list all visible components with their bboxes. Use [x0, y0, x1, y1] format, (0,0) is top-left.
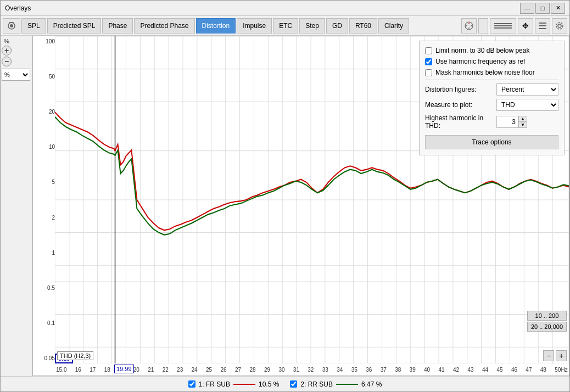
x-label: 26 [221, 367, 227, 373]
tab-gd[interactable]: GD [326, 18, 348, 33]
distortion-figures-label: Distortion figures: [425, 86, 496, 93]
spinner-down-button[interactable]: ▼ [518, 122, 527, 128]
x-label: 23 [177, 367, 183, 373]
x-label: 30 [278, 367, 284, 373]
x-label: 37 [381, 367, 387, 373]
legend-1-value: 10.5 % [259, 380, 279, 388]
range-buttons: 10 .. 200 20 .. 20,000 [527, 311, 567, 332]
tab-predicted-spl[interactable]: Predicted SPL [47, 18, 102, 33]
svg-rect-8 [494, 23, 512, 24]
y-label-10: 10 [34, 144, 55, 150]
x-label: 40 [424, 367, 430, 373]
tab-clarity[interactable]: Clarity [378, 18, 409, 33]
maximize-button[interactable]: □ [535, 3, 550, 14]
tab-phase[interactable]: Phase [102, 18, 133, 33]
tab-impulse[interactable]: Impulse [237, 18, 272, 33]
options-panel: Limit norm. to 30 dB below peak Use harm… [419, 41, 565, 155]
tab-step[interactable]: Step [299, 18, 325, 33]
arrows-icon-button[interactable] [461, 18, 477, 33]
svg-rect-9 [494, 25, 512, 26]
close-button[interactable]: ✕ [551, 3, 565, 14]
cursor-freq-label: 19.99 [114, 365, 134, 373]
measure-to-plot-label: Measure to plot: [425, 101, 496, 109]
window-title: Overlays [5, 4, 520, 12]
zoom-out-y-button[interactable]: − [2, 57, 12, 66]
bars-icon [493, 21, 513, 31]
main-window: Overlays — □ ✕ SPLPredicted SPLPhasePred… [0, 0, 570, 392]
distortion-figures-select[interactable]: Percent dB [496, 83, 558, 96]
y-label-20: 20 [34, 109, 55, 115]
camera-icon-button[interactable] [3, 18, 20, 33]
y-label-1: 1 [34, 250, 55, 256]
legend-item-2: 2: RR SUB 6.47 % [290, 380, 382, 388]
legend-item-1: 1: FR SUB 10.5 % [188, 380, 280, 388]
measure-to-plot-select[interactable]: THD H2 H3 [496, 99, 558, 111]
limit-norm-row: Limit norm. to 30 dB below peak [425, 47, 558, 54]
y-label-2: 2 [34, 215, 55, 221]
x-label: 17 [90, 367, 96, 373]
zoom-in-y-button[interactable]: + [2, 46, 12, 55]
list-icon-button[interactable] [535, 18, 550, 33]
move-icon-button[interactable]: ✥ [518, 18, 533, 33]
zoom-out-button[interactable]: − [543, 350, 554, 361]
x-label: 18 [104, 367, 110, 373]
tab-rt60[interactable]: RT60 [349, 18, 377, 33]
legend-1-label: 1: FR SUB [199, 380, 230, 388]
trace-options-button[interactable]: Trace options [425, 135, 558, 149]
left-panel: % + − % dB [1, 36, 32, 376]
legend-1-checkbox[interactable] [188, 380, 195, 388]
tab-distortion[interactable]: Distortion [196, 18, 236, 33]
distortion-figures-row: Distortion figures: Percent dB [425, 83, 558, 96]
minimize-button[interactable]: — [520, 3, 534, 14]
x-label: 43 [467, 367, 473, 373]
y-label-5: 5 [34, 179, 55, 185]
y-unit-select[interactable]: % dB [2, 69, 30, 81]
main-area: % + − % dB 100 50 20 10 5 2 1 [1, 36, 569, 376]
spinner-up-button[interactable]: ▲ [518, 116, 527, 122]
input-icon-button[interactable] [478, 18, 488, 33]
mask-harmonics-checkbox[interactable] [425, 69, 432, 76]
svg-rect-10 [494, 27, 512, 29]
x-label: 16 [75, 367, 81, 373]
use-harmonic-checkbox[interactable] [425, 58, 432, 65]
x-label: 24 [192, 367, 198, 373]
zoom-controls: − + [543, 350, 567, 361]
x-label: 47 [526, 367, 532, 373]
chart-container: 100 50 20 10 5 2 1 0.5 0.1 0.05 [32, 36, 569, 376]
x-label: 32 [308, 367, 314, 373]
legend-2-checkbox[interactable] [290, 380, 297, 388]
legend-bar: 1: FR SUB 10.5 % 2: RR SUB 6.47 % [1, 376, 569, 391]
svg-rect-13 [539, 28, 546, 29]
toolbar: SPLPredicted SPLPhasePredicted PhaseDist… [1, 16, 569, 36]
tabs-container: SPLPredicted SPLPhasePredicted PhaseDist… [21, 18, 409, 33]
limit-norm-checkbox[interactable] [425, 47, 432, 54]
x-label: 34 [337, 367, 343, 373]
y-label-50: 50 [34, 74, 55, 80]
compass-icon [464, 21, 474, 31]
bars-icon-button[interactable] [490, 18, 516, 33]
tab-etc[interactable]: ETC [273, 18, 298, 33]
legend-2-line [336, 384, 358, 385]
list-icon [538, 21, 547, 31]
y-label-100: 100 [34, 38, 55, 44]
range-20-20000-button[interactable]: 20 .. 20,000 [527, 322, 567, 332]
y-axis: 100 50 20 10 5 2 1 0.5 0.1 0.05 [33, 36, 55, 363]
zoom-in-button[interactable]: + [556, 350, 567, 361]
settings-icon-button[interactable] [552, 18, 567, 33]
legend-1-line [233, 384, 255, 385]
x-label: 21 [148, 367, 154, 373]
x-label: 48 [540, 367, 546, 373]
highest-harmonic-row: Highest harmonic in THD: ▲ ▼ [425, 114, 558, 130]
highest-harmonic-input[interactable] [496, 116, 518, 128]
limit-norm-label: Limit norm. to 30 dB below peak [435, 47, 529, 54]
y-label-0-5: 0.5 [34, 285, 55, 291]
tab-predicted-phase[interactable]: Predicted Phase [134, 18, 194, 33]
svg-rect-11 [539, 23, 546, 24]
x-label: 46 [511, 367, 517, 373]
x-label: 20 [133, 367, 139, 373]
tab-spl[interactable]: SPL [21, 18, 46, 33]
mask-harmonics-row: Mask harmonics below noise floor [425, 69, 558, 76]
highest-harmonic-spinner: ▲ ▼ [496, 116, 527, 128]
toolbar-right: ✥ [461, 18, 567, 33]
range-10-200-button[interactable]: 10 .. 200 [527, 311, 567, 321]
